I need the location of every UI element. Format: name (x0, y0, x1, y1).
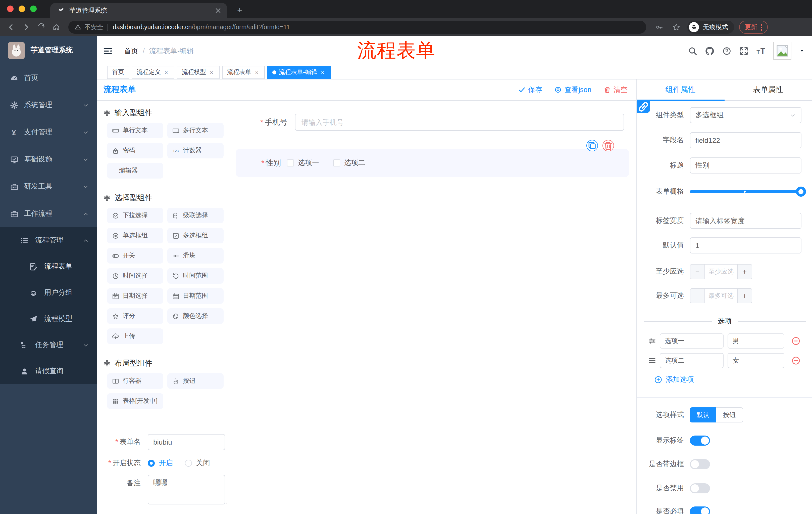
max-select-stepper[interactable]: − 最多可选 + (690, 288, 752, 303)
drag-handle-icon[interactable] (648, 357, 656, 364)
palette-item-dropdown[interactable]: 下拉选择 (107, 208, 163, 223)
sidebar-item-pay[interactable]: ¥ 支付管理 (0, 119, 97, 146)
palette-item-rate[interactable]: 评分 (107, 308, 163, 324)
reload-icon[interactable] (35, 21, 47, 33)
sidebar-item-system[interactable]: 系统管理 (0, 91, 97, 119)
sidebar-item-devtools[interactable]: 研发工具 (0, 173, 97, 200)
label-width-input[interactable] (690, 213, 802, 229)
selected-gender-component[interactable]: *性别 选项一 选项二 (236, 149, 629, 177)
disabled-toggle[interactable] (690, 483, 710, 493)
tag-close-icon[interactable]: × (208, 69, 214, 75)
browser-menu-icon[interactable] (761, 24, 762, 30)
title-input[interactable] (690, 157, 802, 173)
default-value-input[interactable] (690, 237, 802, 253)
help-icon[interactable] (722, 46, 732, 56)
sidebar-item-home[interactable]: 首页 (0, 64, 97, 91)
tag-close-icon[interactable]: × (163, 69, 169, 75)
slider-thumb[interactable] (796, 187, 806, 197)
back-icon[interactable] (5, 21, 17, 33)
remove-option-icon[interactable] (791, 336, 801, 346)
address-bar[interactable]: 不安全 dashboard.yudao.iocoder.cn/bpm/manag… (68, 21, 646, 34)
stepper-minus-button[interactable]: − (690, 265, 704, 279)
minimize-window-button[interactable] (19, 5, 25, 12)
gender-option2-checkbox[interactable]: 选项二 (333, 158, 365, 167)
palette-item-checkbox-group[interactable]: 多选框组 (167, 228, 224, 243)
max-select-placeholder[interactable]: 最多可选 (704, 289, 737, 303)
link-tab[interactable] (637, 101, 650, 113)
stepper-minus-button[interactable]: − (690, 289, 704, 303)
breadcrumb-home[interactable]: 首页 (124, 47, 138, 56)
tag-process-def[interactable]: 流程定义× (132, 65, 174, 79)
option-value-input[interactable] (728, 333, 784, 349)
field-name-input[interactable] (690, 132, 802, 148)
sidebar-item-infra[interactable]: 基础设施 (0, 146, 97, 173)
sidebar-item-workflow[interactable]: 工作流程 (0, 200, 97, 227)
sidebar-item-user-group[interactable]: 用户分组 (0, 280, 97, 306)
palette-item-counter[interactable]: 123计数器 (167, 143, 224, 158)
search-icon[interactable] (688, 46, 697, 56)
palette-item-table[interactable]: 表格[开发中] (107, 393, 163, 409)
clear-button[interactable]: 清空 (604, 85, 628, 94)
fullscreen-icon[interactable] (739, 46, 749, 56)
sidebar-item-process-form[interactable]: 流程表单 (0, 253, 97, 280)
palette-item-password[interactable]: 密码 (107, 143, 163, 158)
palette-item-time-range[interactable]: 时间范围 (167, 268, 224, 283)
tag-process-model[interactable]: 流程模型× (177, 65, 220, 79)
view-json-button[interactable]: 查看json (554, 85, 591, 94)
phone-field[interactable]: *手机号 (230, 114, 636, 131)
window-controls[interactable] (7, 5, 37, 12)
min-select-placeholder[interactable]: 至少应选 (704, 265, 737, 279)
palette-item-date-range[interactable]: 日期范围 (167, 288, 224, 304)
required-toggle[interactable] (690, 507, 710, 514)
stepper-plus-button[interactable]: + (737, 289, 752, 303)
palette-item-upload[interactable]: 上传 (107, 328, 163, 344)
show-label-toggle[interactable] (690, 436, 710, 445)
resize-handle-icon[interactable] (223, 498, 228, 503)
palette-item-time-pick[interactable]: 时间选择 (107, 268, 163, 283)
status-off-radio[interactable]: 关闭 (185, 459, 210, 468)
home-icon[interactable] (50, 21, 62, 33)
grid-slider[interactable] (690, 185, 802, 199)
user-avatar[interactable] (773, 42, 791, 60)
stepper-plus-button[interactable]: + (737, 265, 752, 279)
phone-input[interactable] (295, 114, 624, 131)
form-name-input[interactable] (148, 434, 225, 450)
drag-handle-icon[interactable] (648, 337, 656, 345)
new-tab-button[interactable]: + (234, 5, 245, 16)
min-select-stepper[interactable]: − 至少应选 + (690, 264, 752, 279)
tab-component-props[interactable]: 组件属性 (637, 79, 724, 100)
github-icon[interactable] (705, 46, 715, 56)
palette-item-single-text[interactable]: 单行文本 (107, 123, 163, 138)
tab-close-icon[interactable] (214, 6, 222, 15)
slider-track[interactable] (690, 190, 802, 193)
key-icon[interactable] (653, 21, 665, 33)
component-type-select[interactable]: 多选框组 (690, 107, 802, 123)
bookmark-star-icon[interactable] (670, 21, 683, 33)
update-browser-button[interactable]: 更新 (739, 21, 768, 34)
form-canvas[interactable]: *手机号 *性别 选项一 (230, 101, 636, 514)
remove-option-icon[interactable] (791, 356, 801, 365)
tag-close-icon[interactable]: × (254, 69, 260, 75)
option-label-input[interactable] (660, 353, 724, 368)
tag-process-form-edit-active[interactable]: 流程表单-编辑× (267, 65, 330, 79)
option-value-input[interactable] (728, 353, 784, 368)
palette-item-date-pick[interactable]: 日期选择 (107, 288, 163, 304)
palette-item-switch[interactable]: 开关 (107, 248, 163, 264)
palette-item-cascader[interactable]: 级联选择 (167, 208, 224, 223)
tag-home[interactable]: 首页 (107, 65, 129, 79)
palette-item-button[interactable]: 按钮 (167, 373, 224, 389)
palette-item-slider[interactable]: 滑块 (167, 248, 224, 264)
gender-option1-checkbox[interactable]: 选项一 (287, 158, 319, 167)
tab-form-props[interactable]: 表单属性 (724, 79, 812, 100)
browser-tab[interactable]: 芋道管理系统 (50, 3, 227, 18)
font-size-icon[interactable]: TT (756, 46, 766, 56)
sidebar-item-leave-query[interactable]: 请假查询 (0, 358, 97, 384)
tag-process-form[interactable]: 流程表单× (222, 65, 265, 79)
palette-item-row[interactable]: 行容器 (107, 373, 163, 389)
forward-icon[interactable] (20, 21, 32, 33)
sidebar-item-process-mgmt[interactable]: 流程管理 (0, 227, 97, 253)
style-default-button[interactable]: 默认 (690, 407, 716, 423)
delete-component-button[interactable] (603, 140, 614, 152)
avatar-caret-icon[interactable] (799, 48, 805, 54)
tag-close-icon[interactable]: × (320, 69, 326, 75)
